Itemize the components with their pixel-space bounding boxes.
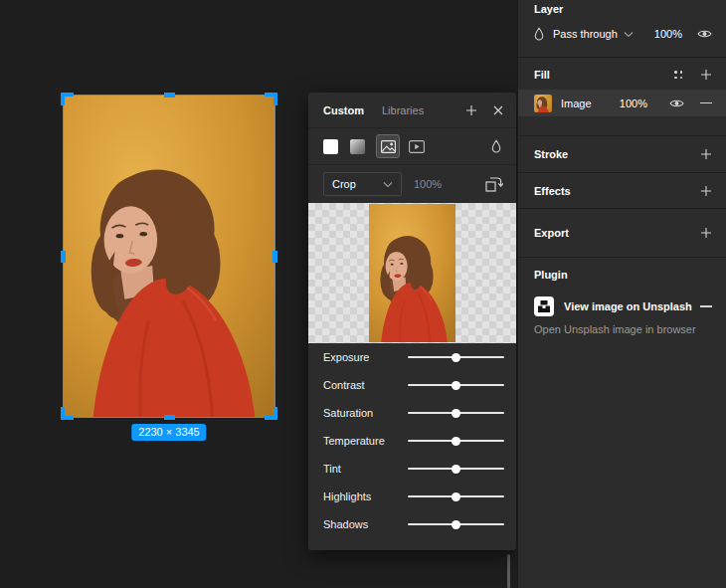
plus-icon — [700, 185, 712, 197]
slider-handle[interactable] — [452, 409, 460, 418]
plus-icon — [465, 104, 477, 116]
slider-label: Tint — [323, 463, 408, 475]
image-mode-value: Crop — [332, 178, 356, 190]
selection-handle-top-right[interactable] — [265, 93, 277, 105]
fill-item-row[interactable]: Image 100% — [518, 90, 726, 116]
selection-dimensions-badge: 2230 × 3345 — [131, 424, 206, 441]
adjustment-slider-row: Saturation — [323, 399, 504, 427]
styles-icon[interactable] — [674, 71, 682, 79]
add-stroke-button[interactable] — [700, 148, 712, 160]
selection-handle-top-center[interactable] — [164, 93, 175, 98]
fill-type-solid-button[interactable] — [323, 139, 338, 154]
blend-mode-dropdown[interactable]: Pass through — [553, 28, 618, 40]
fill-opacity[interactable]: 100% — [620, 98, 647, 109]
selection-handle-bottom-left[interactable] — [61, 407, 74, 420]
droplet-icon — [491, 139, 501, 153]
close-icon — [492, 104, 504, 116]
plus-icon — [700, 227, 712, 239]
layer-opacity-value[interactable]: 100% — [654, 28, 682, 40]
adjustment-slider-row: Temperature — [323, 427, 504, 455]
selection-handle-bottom-center[interactable] — [164, 415, 175, 420]
plugin-section: Plugin View image on Unsplash Open Unspl… — [518, 258, 726, 335]
rotate-image-button[interactable] — [485, 176, 503, 192]
fill-visibility-eye-icon[interactable] — [669, 98, 684, 108]
tab-custom[interactable]: Custom — [323, 104, 364, 116]
close-panel-button[interactable] — [492, 104, 504, 116]
add-export-button[interactable] — [700, 227, 712, 239]
layer-section: Layer Pass through 100% — [518, 0, 726, 58]
export-section-title: Export — [534, 227, 569, 239]
inspector-panel: Layer Pass through 100% Fill Image 100% — [517, 0, 726, 588]
image-mode-dropdown[interactable]: Crop — [323, 172, 402, 196]
adjustment-slider-row: Tint — [323, 455, 504, 483]
fill-opacity-value[interactable]: 100% — [414, 178, 442, 190]
slider-track[interactable] — [408, 523, 504, 525]
slider-track[interactable] — [408, 495, 504, 497]
canvas-scrollbar[interactable] — [507, 554, 510, 588]
selection-handle-bottom-right[interactable] — [265, 407, 277, 420]
slider-label: Saturation — [323, 407, 408, 419]
slider-handle[interactable] — [452, 381, 460, 390]
chevron-down-icon[interactable] — [624, 31, 634, 38]
blend-mode-icon[interactable] — [534, 27, 544, 41]
figma-app: 2230 × 3345 Custom Libraries Crop 100% — [0, 0, 726, 588]
add-effect-button[interactable] — [700, 185, 712, 197]
slider-track[interactable] — [408, 356, 504, 358]
slider-track[interactable] — [408, 440, 504, 442]
slider-handle[interactable] — [452, 492, 460, 501]
rotate-icon — [485, 176, 503, 192]
slider-label: Highlights — [323, 490, 408, 502]
slider-track[interactable] — [408, 384, 504, 386]
adjustment-slider-row: Highlights — [323, 483, 504, 510]
layer-visibility-eye-icon[interactable] — [697, 29, 712, 39]
selection-handle-top-left[interactable] — [61, 93, 74, 105]
selection-handle-left-center[interactable] — [61, 251, 66, 263]
slider-handle[interactable] — [452, 437, 460, 446]
fill-section-title: Fill — [534, 69, 550, 81]
slider-track[interactable] — [408, 468, 504, 470]
fill-type-row — [308, 128, 516, 165]
adjustment-slider-row: Shadows — [323, 510, 504, 538]
image-preview-area — [308, 203, 516, 343]
view-on-unsplash-row[interactable]: View image on Unsplash — [518, 290, 726, 323]
fill-type-label[interactable]: Image — [561, 98, 592, 109]
slider-track[interactable] — [408, 412, 504, 414]
fill-type-gradient-button[interactable] — [350, 139, 365, 154]
selection-handle-right-center[interactable] — [272, 251, 277, 263]
image-icon — [381, 140, 396, 153]
slider-handle[interactable] — [452, 353, 460, 362]
slider-handle[interactable] — [452, 520, 460, 529]
adjustment-sliders: ExposureContrastSaturationTemperatureTin… — [308, 343, 516, 538]
image-preview — [369, 204, 455, 342]
add-fill-plus-icon[interactable] — [700, 69, 712, 81]
color-droplet-button[interactable] — [491, 139, 501, 153]
tab-libraries[interactable]: Libraries — [382, 104, 424, 116]
collapse-plugin-button[interactable] — [700, 305, 712, 307]
fill-type-video-button[interactable] — [409, 140, 425, 153]
fill-section: Fill Image 100% — [518, 60, 726, 136]
portrait-image — [64, 96, 274, 417]
fill-editor-panel: Custom Libraries Crop 100% Exp — [308, 93, 516, 550]
effects-section-title: Effects — [534, 185, 571, 197]
view-on-unsplash-label[interactable]: View image on Unsplash — [564, 300, 692, 312]
export-section: Export — [518, 209, 726, 258]
layer-section-title: Layer — [518, 0, 726, 15]
plus-icon — [700, 148, 712, 160]
slider-handle[interactable] — [452, 465, 460, 474]
adjustment-slider-row: Contrast — [323, 371, 504, 399]
remove-fill-button[interactable] — [700, 102, 712, 104]
slider-label: Temperature — [323, 435, 408, 447]
add-fill-button[interactable] — [465, 104, 477, 116]
fill-thumbnail[interactable] — [534, 95, 552, 112]
unsplash-icon — [534, 296, 554, 316]
selected-image-layer[interactable]: 2230 × 3345 — [63, 95, 275, 418]
fill-editor-header: Custom Libraries — [308, 93, 516, 128]
stroke-section-title: Stroke — [534, 148, 568, 160]
adjustment-slider-row: Exposure — [323, 343, 504, 371]
slider-label: Contrast — [323, 379, 408, 391]
slider-label: Exposure — [323, 351, 408, 363]
slider-label: Shadows — [323, 518, 408, 530]
crop-row: Crop 100% — [308, 165, 516, 203]
plugin-description: Open Unsplash image in browser — [518, 323, 726, 335]
fill-type-image-button[interactable] — [376, 134, 400, 158]
